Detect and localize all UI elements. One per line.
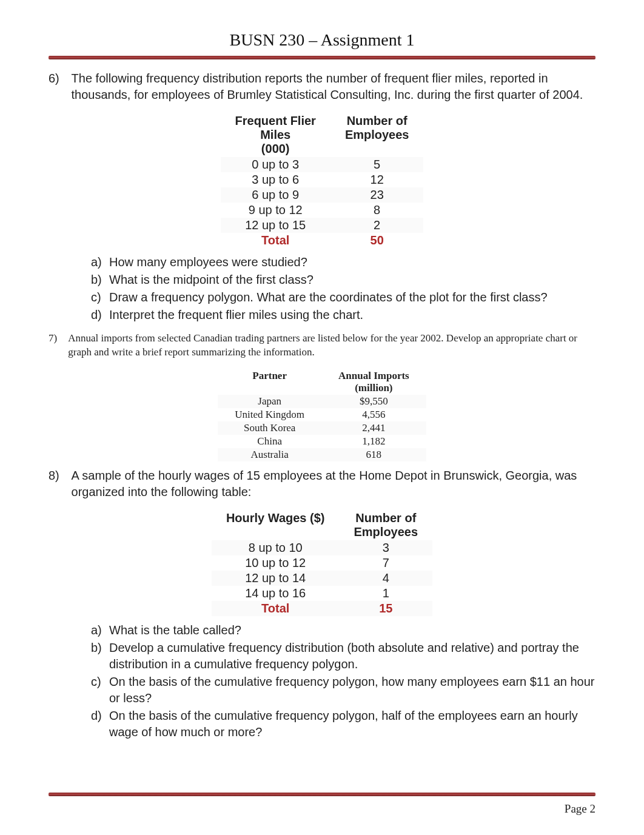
question-number: 7) [49, 332, 65, 346]
q8-table: Hourly Wages ($) Number of Employees 8 u… [212, 510, 432, 616]
sub-text: What is the midpoint of the first class? [109, 272, 595, 288]
cell: 3 up to 6 [221, 172, 330, 187]
cell: 14 up to 16 [212, 586, 340, 601]
q7-col2-header: Annual Imports (million) [321, 369, 426, 395]
q7-col1-header: Partner [218, 369, 321, 395]
total-value: 15 [340, 601, 433, 616]
header-line: Employees [354, 525, 418, 538]
sub-a: a)How many employees were studied? [91, 254, 595, 270]
sub-label: a) [91, 622, 109, 639]
cell: 12 up to 14 [212, 571, 340, 586]
sub-c: c)On the basis of the cumulative frequen… [91, 674, 595, 706]
sub-label: b) [91, 272, 109, 288]
sub-text: Interpret the frequent flier miles using… [109, 307, 595, 323]
header-line: Frequent Flier [235, 114, 316, 127]
cell: 10 up to 12 [212, 555, 340, 571]
sub-b: b)Develop a cumulative frequency distrib… [91, 640, 595, 672]
cell: South Korea [218, 421, 321, 435]
total-label: Total [221, 233, 330, 248]
page-number: Page 2 [565, 802, 595, 816]
cell: 7 [340, 555, 433, 571]
table-row: 6 up to 923 [221, 187, 424, 203]
question-text: A sample of the hourly wages of 15 emplo… [72, 468, 594, 500]
cell: 23 [330, 187, 424, 203]
question-7: 7) Annual imports from selected Canadian… [49, 332, 595, 360]
table-row: 14 up to 161 [212, 586, 432, 601]
q8-col2-header: Number of Employees [340, 510, 433, 540]
table-row: Australia618 [218, 448, 426, 461]
cell: 4,556 [321, 408, 426, 421]
header-line: Number of [355, 511, 416, 525]
table-total-row: Total50 [221, 233, 424, 248]
question-number: 8) [49, 468, 68, 484]
total-value: 50 [330, 233, 424, 248]
sub-a: a)What is the table called? [91, 622, 595, 639]
cell: 8 [330, 203, 424, 218]
sub-text: On the basis of the cumulative frequency… [109, 674, 595, 706]
cell: 6 up to 9 [221, 187, 330, 203]
page-title: BUSN 230 – Assignment 1 [49, 30, 595, 50]
header-line: (000) [261, 142, 290, 155]
cell: 4 [340, 571, 433, 586]
table-row: South Korea2,441 [218, 421, 426, 435]
cell: $9,550 [321, 395, 426, 408]
cell: 9 up to 12 [221, 203, 330, 218]
sub-label: d) [91, 708, 109, 740]
q6-col1-header: Frequent Flier Miles (000) [221, 113, 330, 157]
cell: 0 up to 3 [221, 157, 330, 172]
sub-text: What is the table called? [109, 622, 595, 639]
table-row: 10 up to 127 [212, 555, 432, 571]
cell: 5 [330, 157, 424, 172]
sub-d: d)Interpret the frequent flier miles usi… [91, 307, 595, 323]
question-number: 6) [49, 70, 68, 87]
header-line: Annual Imports [338, 370, 409, 381]
cell: Australia [218, 448, 321, 461]
q6-table: Frequent Flier Miles (000) Number of Emp… [221, 113, 424, 248]
header-line: Miles [260, 128, 290, 141]
page: BUSN 230 – Assignment 1 6) The following… [0, 0, 644, 835]
cell: 2,441 [321, 421, 426, 435]
table-row: 12 up to 144 [212, 571, 432, 586]
cell: 12 [330, 172, 424, 187]
cell: 3 [340, 540, 433, 555]
header-rule [49, 56, 595, 59]
cell: United Kingdom [218, 408, 321, 421]
question-8: 8) A sample of the hourly wages of 15 em… [49, 468, 595, 500]
table-row: 9 up to 128 [221, 203, 424, 218]
footer-rule [49, 793, 595, 796]
table-row: Japan$9,550 [218, 395, 426, 408]
q6-subquestions: a)How many employees were studied? b)Wha… [91, 254, 595, 323]
sub-label: c) [91, 674, 109, 706]
table-row: United Kingdom4,556 [218, 408, 426, 421]
table-row: 0 up to 35 [221, 157, 424, 172]
table-row: 3 up to 612 [221, 172, 424, 187]
sub-label: a) [91, 254, 109, 270]
cell: 1,182 [321, 435, 426, 448]
q7-table: Partner Annual Imports (million) Japan$9… [218, 369, 426, 461]
cell: 8 up to 10 [212, 540, 340, 555]
sub-label: b) [91, 640, 109, 672]
header-line: Employees [345, 128, 409, 141]
question-text: Annual imports from selected Canadian tr… [68, 332, 591, 360]
table-row: 12 up to 152 [221, 218, 424, 233]
sub-text: On the basis of the cumulative frequency… [109, 708, 595, 740]
header-line: Number of [347, 114, 408, 127]
cell: 12 up to 15 [221, 218, 330, 233]
cell: China [218, 435, 321, 448]
sub-c: c)Draw a frequency polygon. What are the… [91, 289, 595, 306]
sub-label: c) [91, 289, 109, 306]
sub-label: d) [91, 307, 109, 323]
sub-text: Develop a cumulative frequency distribut… [109, 640, 595, 672]
table-total-row: Total15 [212, 601, 432, 616]
total-label: Total [212, 601, 340, 616]
sub-b: b)What is the midpoint of the first clas… [91, 272, 595, 288]
table-row: China1,182 [218, 435, 426, 448]
question-text: The following frequency distribution rep… [72, 70, 594, 103]
question-6: 6) The following frequency distribution … [49, 70, 595, 103]
q6-col2-header: Number of Employees [330, 113, 424, 157]
q8-col1-header: Hourly Wages ($) [212, 510, 340, 540]
cell: 1 [340, 586, 433, 601]
cell: Japan [218, 395, 321, 408]
q8-subquestions: a)What is the table called? b)Develop a … [91, 622, 595, 740]
table-row: 8 up to 103 [212, 540, 432, 555]
